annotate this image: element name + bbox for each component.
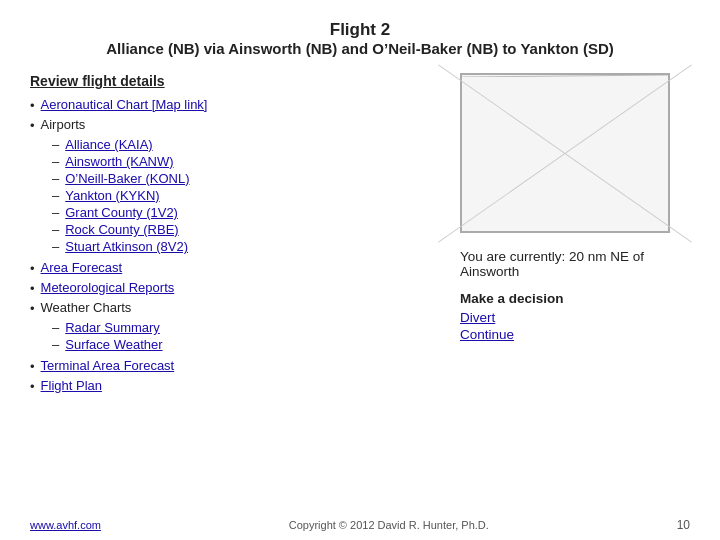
dash-sym-wc-1: – xyxy=(52,337,59,352)
airport-list-item: –Ainsworth (KANW) xyxy=(52,154,450,169)
footer-copyright: Copyright © 2012 David R. Hunter, Ph.D. xyxy=(289,519,489,531)
location-text: You are currently: 20 nm NE of Ainsworth xyxy=(460,249,690,279)
decision-option-continue[interactable]: Continue xyxy=(460,327,690,342)
dash-sym: – xyxy=(52,171,59,186)
airport-link[interactable]: Grant County (1V2) xyxy=(65,205,178,220)
bullet-dot-1: • xyxy=(30,98,35,113)
airport-list-item: –Grant County (1V2) xyxy=(52,205,450,220)
dash-sym: – xyxy=(52,222,59,237)
lower-bullet-dot-1: • xyxy=(30,281,35,296)
airport-list-item: –Alliance (KAIA) xyxy=(52,137,450,152)
weather-chart-list: –Radar Summary–Surface Weather xyxy=(52,320,450,352)
bullet-dot-2: • xyxy=(30,118,35,133)
bottom-bullet-1: •Flight Plan xyxy=(30,378,450,394)
airport-link[interactable]: Rock County (RBE) xyxy=(65,222,178,237)
decision-option-divert[interactable]: Divert xyxy=(460,310,690,325)
lower-bullets: •Area Forecast•Meteorological Reports•We… xyxy=(30,260,450,316)
page-number: 10 xyxy=(677,518,690,532)
main-content: Review flight details • Aeronautical Cha… xyxy=(30,73,690,398)
lower-bullet-text-0[interactable]: Area Forecast xyxy=(41,260,123,275)
bottom-bullet-dot-0: • xyxy=(30,359,35,374)
lower-bullet-dot-2: • xyxy=(30,301,35,316)
bottom-bullet-dot-1: • xyxy=(30,379,35,394)
weather-chart-item-1: –Surface Weather xyxy=(52,337,450,352)
review-header: Review flight details xyxy=(30,73,450,89)
dash-sym: – xyxy=(52,239,59,254)
airports-item: • Airports xyxy=(30,117,450,133)
airport-list-item: –Rock County (RBE) xyxy=(52,222,450,237)
bottom-bullets: •Terminal Area Forecast•Flight Plan xyxy=(30,358,450,394)
title-section: Flight 2 Alliance (NB) via Ainsworth (NB… xyxy=(30,20,690,57)
weather-chart-link-0[interactable]: Radar Summary xyxy=(65,320,160,335)
airport-list-item: –Stuart Atkinson (8V2) xyxy=(52,239,450,254)
right-col: You are currently: 20 nm NE of Ainsworth… xyxy=(460,73,690,398)
map-image xyxy=(460,73,670,233)
airport-list: –Alliance (KAIA)–Ainsworth (KANW)–O’Neil… xyxy=(52,137,450,254)
dash-sym: – xyxy=(52,205,59,220)
left-col: Review flight details • Aeronautical Cha… xyxy=(30,73,450,398)
airports-label: Airports xyxy=(41,117,86,132)
lower-bullet-text-1[interactable]: Meteorological Reports xyxy=(41,280,175,295)
lower-bullet-dot-0: • xyxy=(30,261,35,276)
dash-sym: – xyxy=(52,137,59,152)
footer-website[interactable]: www.avhf.com xyxy=(30,519,101,531)
airport-link[interactable]: Alliance (KAIA) xyxy=(65,137,152,152)
bottom-bullet-text-0[interactable]: Terminal Area Forecast xyxy=(41,358,175,373)
title-line1: Flight 2 xyxy=(30,20,690,40)
airport-link[interactable]: O’Neill-Baker (KONL) xyxy=(65,171,189,186)
lower-bullet-text-2: Weather Charts xyxy=(41,300,132,315)
map-link[interactable]: [Map link] xyxy=(152,97,208,112)
airport-link[interactable]: Yankton (KYKN) xyxy=(65,188,159,203)
bottom-bullet-0: •Terminal Area Forecast xyxy=(30,358,450,374)
footer: www.avhf.com Copyright © 2012 David R. H… xyxy=(30,518,690,532)
lower-bullet-0: •Area Forecast xyxy=(30,260,450,276)
title-line2: Alliance (NB) via Ainsworth (NB) and O’N… xyxy=(30,40,690,57)
lower-bullet-1: •Meteorological Reports xyxy=(30,280,450,296)
aeronautical-chart-link[interactable]: Aeronautical Chart xyxy=(41,97,152,112)
airport-list-item: –O’Neill-Baker (KONL) xyxy=(52,171,450,186)
decision-label: Make a decision xyxy=(460,291,690,306)
slide: Flight 2 Alliance (NB) via Ainsworth (NB… xyxy=(0,0,720,540)
dash-sym-wc-0: – xyxy=(52,320,59,335)
decision-section: Make a decision DivertContinue xyxy=(460,291,690,342)
aeronautical-chart-item: • Aeronautical Chart [Map link] xyxy=(30,97,450,113)
decision-options: DivertContinue xyxy=(460,310,690,342)
dash-sym: – xyxy=(52,154,59,169)
airport-link[interactable]: Stuart Atkinson (8V2) xyxy=(65,239,188,254)
dash-sym: – xyxy=(52,188,59,203)
weather-chart-link-1[interactable]: Surface Weather xyxy=(65,337,162,352)
airport-list-item: –Yankton (KYKN) xyxy=(52,188,450,203)
airport-link[interactable]: Ainsworth (KANW) xyxy=(65,154,173,169)
weather-chart-item-0: –Radar Summary xyxy=(52,320,450,335)
bottom-bullet-text-1[interactable]: Flight Plan xyxy=(41,378,102,393)
lower-bullet-2: •Weather Charts xyxy=(30,300,450,316)
